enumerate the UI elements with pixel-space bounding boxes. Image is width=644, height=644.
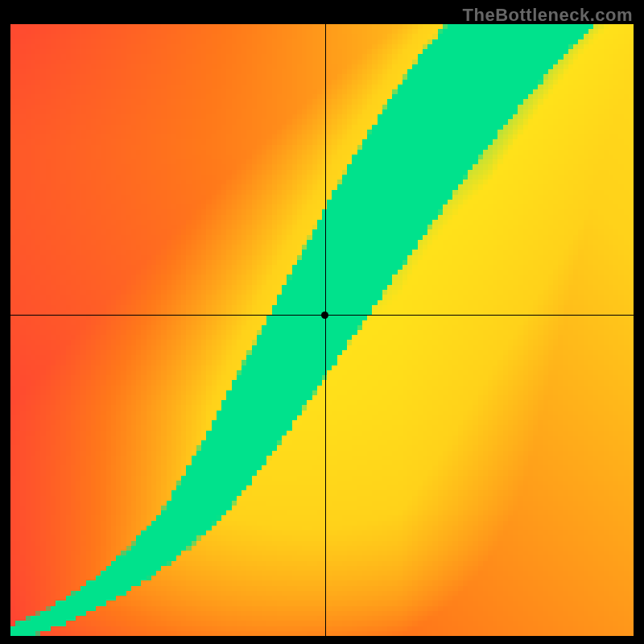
crosshair-vertical	[325, 24, 326, 636]
heatmap-canvas	[10, 24, 634, 636]
heatmap-plot	[10, 24, 634, 636]
marker-dot	[321, 312, 328, 319]
watermark-text: TheBottleneck.com	[463, 5, 633, 26]
chart-frame: TheBottleneck.com	[0, 0, 644, 644]
